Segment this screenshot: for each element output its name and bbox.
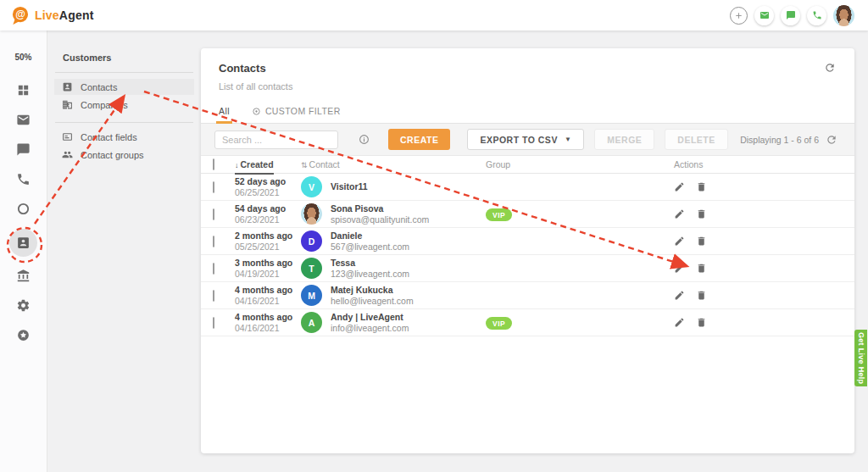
user-avatar[interactable] (833, 5, 854, 26)
main-sidebar: 50% (0, 31, 47, 472)
row-checkbox[interactable] (213, 181, 214, 193)
row-checkbox[interactable] (213, 236, 214, 247)
row-checkbox[interactable] (213, 208, 214, 220)
sidebar-item-chat[interactable] (0, 135, 47, 164)
nav-item-contacts[interactable]: Contacts (54, 79, 194, 95)
contacts-badge-icon (16, 236, 31, 250)
tab-bar: All CUSTOM FILTER (201, 103, 854, 124)
sidebar-item-mail[interactable] (0, 105, 47, 135)
table-row[interactable]: 3 months ago 04/19/2021 T Tessa 123@live… (201, 255, 854, 282)
sidebar-item-billing[interactable] (0, 261, 47, 291)
column-header-group[interactable]: Group (486, 159, 674, 169)
nav-item-companies[interactable]: Companies (54, 97, 194, 113)
sidebar-item-time[interactable] (0, 194, 47, 224)
logo-bubble-icon: @ (10, 6, 30, 25)
edit-icon[interactable] (674, 290, 685, 301)
vip-badge: VIP (486, 208, 512, 221)
delete-button[interactable]: DELETE (665, 129, 727, 150)
ring-icon (16, 202, 31, 216)
call-button[interactable] (807, 6, 826, 25)
chevron-down-icon: ▼ (565, 136, 571, 143)
table-row[interactable]: 52 days ago 06/25/2021 V Visitor11 (201, 174, 854, 201)
add-circle-icon[interactable] (730, 7, 748, 25)
delete-icon[interactable] (696, 208, 707, 219)
created-relative: 54 days ago (235, 203, 301, 214)
nav-item-contact-fields[interactable]: Contact fields (54, 129, 194, 145)
chat-button[interactable] (781, 6, 800, 25)
search-input[interactable] (214, 130, 338, 149)
sort-icon: ⇅ (301, 161, 308, 169)
table-row[interactable]: 4 months ago 04/16/2021 M Matej Kukucka … (201, 282, 854, 309)
created-relative: 4 months ago (235, 312, 301, 323)
table-row[interactable]: 4 months ago 04/16/2021 A Andy | LiveAge… (201, 309, 854, 336)
nav-item-label: Contacts (81, 82, 117, 92)
info-icon[interactable] (359, 134, 370, 145)
sidebar-item-upgrade[interactable] (0, 320, 47, 350)
delete-icon[interactable] (696, 263, 707, 274)
mail-icon (16, 113, 31, 127)
mail-button[interactable] (754, 6, 774, 25)
row-checkbox[interactable] (213, 317, 214, 329)
contact-name: Andy | LiveAgent (331, 312, 409, 323)
top-header: @ LiveAgent (0, 0, 868, 31)
avatar: T (301, 258, 322, 279)
refresh-icon[interactable] (824, 62, 836, 74)
contact-name: Matej Kukucka (331, 285, 414, 296)
edit-icon[interactable] (674, 263, 685, 274)
nav-item-label: Companies (81, 100, 128, 110)
people-group-icon (62, 149, 73, 160)
logo-text-agent: Agent (59, 8, 94, 22)
column-header-contact[interactable]: ⇅Contact (301, 159, 486, 169)
star-circle-icon (16, 328, 31, 342)
edit-icon[interactable] (674, 236, 685, 247)
contact-name: Daniele (331, 230, 409, 242)
edit-icon[interactable] (674, 317, 685, 328)
sidebar-item-dashboard[interactable] (0, 75, 47, 105)
divider (55, 72, 193, 73)
mail-icon (760, 10, 770, 20)
nav-item-contact-groups[interactable]: Contact groups (54, 147, 194, 163)
edit-icon[interactable] (674, 181, 685, 192)
displaying-count: Displaying 1 - 6 of 6 (740, 135, 819, 145)
get-live-help-button[interactable]: Get Live Help (854, 330, 867, 386)
tab-label: All (219, 106, 230, 116)
created-date: 05/25/2021 (235, 242, 301, 253)
column-header-created[interactable]: ↓Created (235, 159, 301, 169)
table-header: ↓Created ⇅Contact Group Actions (201, 156, 854, 174)
created-date: 06/25/2021 (235, 187, 301, 198)
tab-label: CUSTOM FILTER (265, 106, 341, 116)
export-to-csv-button[interactable]: EXPORT TO CSV ▼ (467, 129, 584, 150)
avatar: V (301, 176, 322, 197)
nav-item-label: Contact fields (81, 132, 137, 142)
created-date: 04/16/2021 (235, 296, 301, 307)
dashboard-icon (16, 83, 31, 97)
table-row[interactable]: 2 months ago 05/25/2021 D Daniele 567@li… (201, 228, 854, 255)
edit-icon[interactable] (674, 208, 685, 219)
create-button[interactable]: CREATE (388, 129, 450, 150)
table-row[interactable]: 54 days ago 06/23/2021 Sona Pisova spiso… (201, 201, 854, 228)
tab-all[interactable]: All (219, 106, 230, 123)
select-all-checkbox[interactable] (213, 158, 214, 170)
table-toolbar: CREATE EXPORT TO CSV ▼ MERGE DELETE Disp… (201, 124, 854, 156)
svg-text:@: @ (15, 8, 25, 19)
delete-icon[interactable] (696, 290, 707, 301)
sidebar-item-calls[interactable] (0, 164, 47, 194)
chat-icon (786, 10, 796, 20)
phone-icon (16, 172, 31, 186)
merge-button[interactable]: MERGE (594, 129, 654, 150)
table-body: 52 days ago 06/25/2021 V Visitor11 54 da… (201, 174, 854, 336)
sidebar-item-settings[interactable] (0, 291, 47, 320)
refresh-icon[interactable] (826, 134, 837, 146)
tab-custom-filter[interactable]: CUSTOM FILTER (252, 106, 341, 123)
row-checkbox[interactable] (213, 263, 214, 275)
delete-icon[interactable] (696, 317, 707, 328)
customers-panel-title: Customers (63, 53, 201, 63)
page-title: Contacts (219, 62, 837, 75)
sidebar-item-contacts[interactable] (0, 224, 47, 261)
avatar (301, 203, 322, 225)
filter-circle-icon (252, 107, 261, 116)
created-relative: 52 days ago (235, 176, 301, 187)
delete-icon[interactable] (696, 181, 707, 192)
delete-icon[interactable] (696, 236, 707, 247)
row-checkbox[interactable] (213, 290, 214, 302)
